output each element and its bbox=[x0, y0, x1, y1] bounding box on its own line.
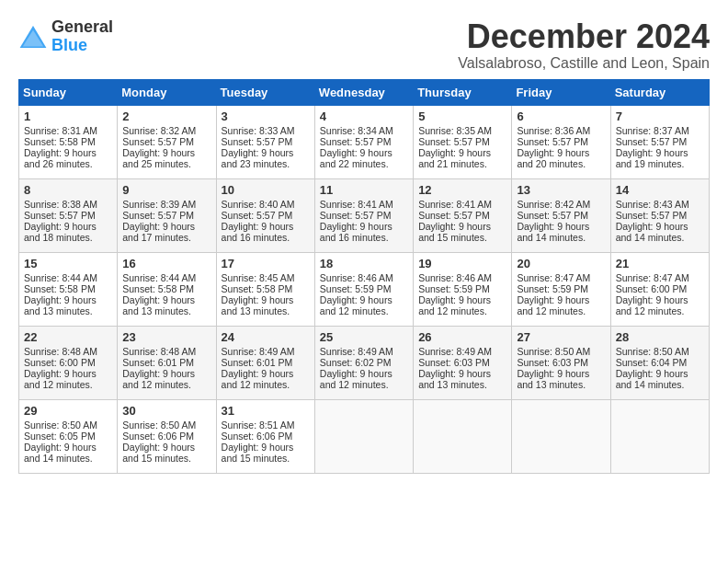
daylight-text: Daylight: 9 hours and 13 minutes. bbox=[122, 294, 195, 316]
day-number: 7 bbox=[616, 109, 704, 123]
day-number: 5 bbox=[418, 109, 506, 123]
sunset-text: Sunset: 6:00 PM bbox=[616, 283, 688, 294]
calendar-cell: 14 Sunrise: 8:43 AM Sunset: 5:57 PM Dayl… bbox=[610, 178, 709, 252]
daylight-text: Daylight: 9 hours and 12 minutes. bbox=[517, 294, 589, 316]
day-number: 28 bbox=[616, 330, 704, 344]
day-number: 12 bbox=[418, 183, 506, 197]
calendar-cell: 20 Sunrise: 8:47 AM Sunset: 5:59 PM Dayl… bbox=[512, 252, 610, 326]
sunset-text: Sunset: 6:06 PM bbox=[222, 431, 293, 442]
sunset-text: Sunset: 5:57 PM bbox=[418, 136, 490, 147]
sunset-text: Sunset: 5:58 PM bbox=[24, 136, 96, 147]
col-monday: Monday bbox=[118, 79, 216, 105]
sunrise-text: Sunrise: 8:38 AM bbox=[24, 199, 97, 210]
day-number: 13 bbox=[517, 183, 605, 197]
logo-text: General Blue bbox=[51, 18, 113, 55]
calendar-cell bbox=[314, 399, 413, 473]
calendar-cell: 11 Sunrise: 8:41 AM Sunset: 5:57 PM Dayl… bbox=[314, 178, 413, 252]
calendar-cell: 5 Sunrise: 8:35 AM Sunset: 5:57 PM Dayli… bbox=[414, 105, 512, 178]
sunrise-text: Sunrise: 8:44 AM bbox=[24, 272, 97, 283]
daylight-text: Daylight: 9 hours and 12 minutes. bbox=[320, 294, 392, 316]
calendar-cell: 18 Sunrise: 8:46 AM Sunset: 5:59 PM Dayl… bbox=[314, 252, 413, 326]
calendar-cell: 31 Sunrise: 8:51 AM Sunset: 6:06 PM Dayl… bbox=[216, 399, 314, 473]
day-number: 27 bbox=[517, 330, 605, 344]
col-sunday: Sunday bbox=[19, 79, 118, 105]
sunrise-text: Sunrise: 8:50 AM bbox=[122, 419, 196, 431]
sunset-text: Sunset: 6:01 PM bbox=[122, 357, 194, 368]
month-title: December 2024 bbox=[458, 18, 710, 55]
calendar-row: 29 Sunrise: 8:50 AM Sunset: 6:05 PM Dayl… bbox=[19, 399, 710, 473]
calendar-cell: 8 Sunrise: 8:38 AM Sunset: 5:57 PM Dayli… bbox=[19, 178, 118, 252]
sunset-text: Sunset: 5:57 PM bbox=[517, 136, 588, 147]
sunrise-text: Sunrise: 8:37 AM bbox=[616, 125, 689, 136]
sunrise-text: Sunrise: 8:51 AM bbox=[222, 419, 295, 431]
day-number: 9 bbox=[122, 183, 210, 197]
calendar-row: 22 Sunrise: 8:48 AM Sunset: 6:00 PM Dayl… bbox=[19, 326, 710, 399]
calendar-table: Sunday Monday Tuesday Wednesday Thursday… bbox=[18, 79, 710, 474]
sunset-text: Sunset: 5:59 PM bbox=[320, 283, 392, 294]
day-number: 24 bbox=[222, 330, 310, 344]
sunrise-text: Sunrise: 8:49 AM bbox=[418, 346, 492, 357]
sunrise-text: Sunrise: 8:44 AM bbox=[122, 272, 196, 283]
sunrise-text: Sunrise: 8:47 AM bbox=[616, 272, 689, 283]
calendar-cell: 6 Sunrise: 8:36 AM Sunset: 5:57 PM Dayli… bbox=[512, 105, 610, 178]
sunset-text: Sunset: 5:57 PM bbox=[616, 136, 688, 147]
day-number: 26 bbox=[418, 330, 506, 344]
calendar-cell: 1 Sunrise: 8:31 AM Sunset: 5:58 PM Dayli… bbox=[19, 105, 118, 178]
calendar-row: 1 Sunrise: 8:31 AM Sunset: 5:58 PM Dayli… bbox=[19, 105, 710, 178]
calendar-cell: 27 Sunrise: 8:50 AM Sunset: 6:03 PM Dayl… bbox=[512, 326, 610, 399]
calendar-cell bbox=[512, 399, 610, 473]
day-number: 3 bbox=[222, 109, 310, 123]
calendar-cell bbox=[414, 399, 512, 473]
daylight-text: Daylight: 9 hours and 25 minutes. bbox=[122, 147, 195, 169]
sunrise-text: Sunrise: 8:49 AM bbox=[222, 346, 295, 357]
sunrise-text: Sunrise: 8:31 AM bbox=[24, 125, 97, 136]
day-number: 25 bbox=[320, 330, 408, 344]
day-number: 31 bbox=[222, 404, 310, 418]
sunset-text: Sunset: 5:57 PM bbox=[122, 136, 194, 147]
day-number: 2 bbox=[122, 109, 210, 123]
sunset-text: Sunset: 6:03 PM bbox=[517, 357, 588, 368]
col-saturday: Saturday bbox=[610, 79, 709, 105]
calendar-cell bbox=[610, 399, 709, 473]
sunset-text: Sunset: 6:01 PM bbox=[222, 357, 293, 368]
sunrise-text: Sunrise: 8:49 AM bbox=[320, 346, 393, 357]
day-number: 10 bbox=[222, 183, 310, 197]
day-number: 19 bbox=[418, 257, 506, 270]
sunrise-text: Sunrise: 8:40 AM bbox=[222, 199, 295, 210]
sunrise-text: Sunrise: 8:35 AM bbox=[418, 125, 492, 136]
sunset-text: Sunset: 5:57 PM bbox=[320, 136, 392, 147]
daylight-text: Daylight: 9 hours and 12 minutes. bbox=[320, 368, 392, 390]
sunset-text: Sunset: 5:58 PM bbox=[122, 283, 194, 294]
sunset-text: Sunset: 5:58 PM bbox=[222, 283, 293, 294]
sunset-text: Sunset: 5:57 PM bbox=[418, 210, 490, 221]
calendar-cell: 2 Sunrise: 8:32 AM Sunset: 5:57 PM Dayli… bbox=[118, 105, 216, 178]
daylight-text: Daylight: 9 hours and 15 minutes. bbox=[222, 442, 294, 464]
calendar-cell: 13 Sunrise: 8:42 AM Sunset: 5:57 PM Dayl… bbox=[512, 178, 610, 252]
calendar-cell: 22 Sunrise: 8:48 AM Sunset: 6:00 PM Dayl… bbox=[19, 326, 118, 399]
sunrise-text: Sunrise: 8:48 AM bbox=[122, 346, 196, 357]
daylight-text: Daylight: 9 hours and 13 minutes. bbox=[24, 294, 97, 316]
sunset-text: Sunset: 6:03 PM bbox=[418, 357, 490, 368]
logo: General Blue bbox=[18, 18, 113, 55]
sunrise-text: Sunrise: 8:41 AM bbox=[418, 199, 492, 210]
calendar-cell: 16 Sunrise: 8:44 AM Sunset: 5:58 PM Dayl… bbox=[118, 252, 216, 326]
sunset-text: Sunset: 6:02 PM bbox=[320, 357, 392, 368]
calendar-cell: 3 Sunrise: 8:33 AM Sunset: 5:57 PM Dayli… bbox=[216, 105, 314, 178]
day-number: 4 bbox=[320, 109, 408, 123]
day-number: 20 bbox=[517, 257, 605, 270]
calendar-cell: 29 Sunrise: 8:50 AM Sunset: 6:05 PM Dayl… bbox=[19, 399, 118, 473]
day-number: 8 bbox=[24, 183, 112, 197]
day-number: 16 bbox=[122, 257, 210, 270]
sunset-text: Sunset: 5:57 PM bbox=[122, 210, 194, 221]
location-title: Valsalabroso, Castille and Leon, Spain bbox=[458, 55, 710, 72]
day-number: 23 bbox=[122, 330, 210, 344]
header-row: Sunday Monday Tuesday Wednesday Thursday… bbox=[19, 79, 710, 105]
day-number: 14 bbox=[616, 183, 704, 197]
day-number: 15 bbox=[24, 257, 112, 270]
sunrise-text: Sunrise: 8:43 AM bbox=[616, 199, 689, 210]
day-number: 30 bbox=[122, 404, 210, 418]
daylight-text: Daylight: 9 hours and 13 minutes. bbox=[222, 294, 294, 316]
daylight-text: Daylight: 9 hours and 14 minutes. bbox=[616, 221, 688, 243]
day-number: 6 bbox=[517, 109, 605, 123]
sunset-text: Sunset: 6:00 PM bbox=[24, 357, 96, 368]
